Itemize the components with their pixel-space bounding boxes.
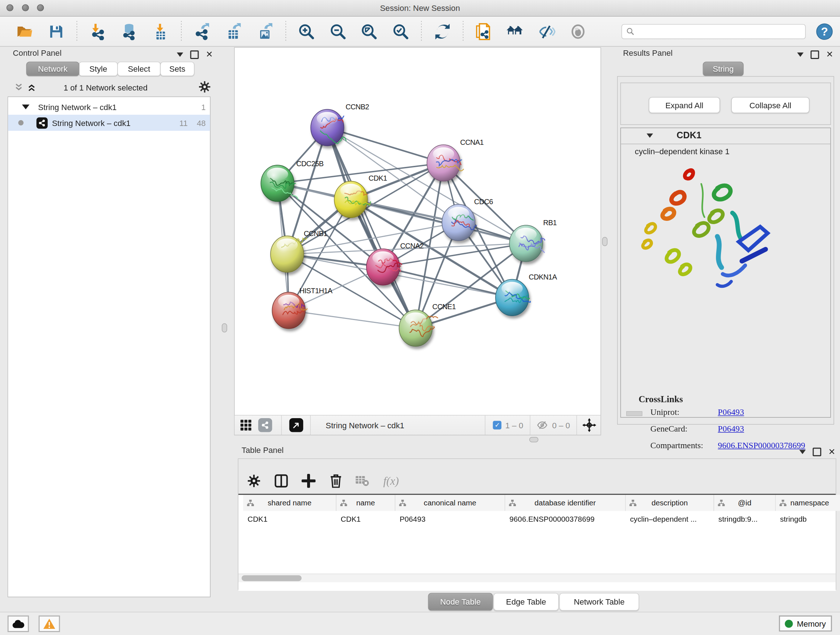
close-panel-icon[interactable]: ✕ — [206, 51, 213, 58]
grid-icon[interactable] — [240, 419, 252, 431]
save-session-button[interactable] — [46, 20, 66, 43]
column-header-canonical-name[interactable]: canonical name — [395, 495, 505, 511]
expand-all-icon[interactable] — [27, 83, 36, 92]
warning-status-button[interactable] — [39, 616, 60, 632]
right-splitter-handle[interactable] — [602, 237, 607, 246]
table-cell[interactable]: stringdb — [775, 511, 840, 527]
open-session-button[interactable] — [15, 20, 34, 43]
zoom-selected-button[interactable] — [391, 20, 411, 43]
import-table-button[interactable] — [151, 20, 171, 43]
hidden-eye-icon[interactable] — [537, 420, 548, 430]
close-window-button[interactable] — [6, 4, 13, 11]
search-input[interactable] — [638, 27, 801, 36]
table-cell[interactable]: P06493 — [395, 511, 505, 527]
edge-CCNB2-CCNA1[interactable] — [327, 127, 444, 163]
table-cell[interactable]: stringdb:9... — [714, 511, 775, 527]
table-cell[interactable]: 9606.ENSP00000378699 — [505, 511, 625, 527]
edge-CCNB2-CCNE1[interactable] — [327, 127, 416, 328]
import-network-database-button[interactable] — [119, 20, 139, 43]
tab-network-table[interactable]: Network Table — [559, 593, 639, 611]
search-container — [622, 24, 806, 39]
network-collection-row[interactable]: String Network – cdk1 1 — [8, 98, 210, 114]
node-HIST1H1A[interactable] — [272, 292, 307, 329]
publication-export-button[interactable] — [474, 20, 494, 43]
gene-section-header[interactable]: CDK1 — [621, 128, 830, 144]
show-toggle-button[interactable] — [568, 20, 588, 43]
tab-edge-table[interactable]: Edge Table — [493, 593, 559, 611]
tab-node-table[interactable]: Node Table — [428, 593, 493, 611]
tab-sets[interactable]: Sets — [160, 62, 195, 76]
column-header-namespace[interactable]: namespace — [775, 495, 840, 511]
close-panel-icon[interactable]: ✕ — [828, 448, 835, 455]
column-header-database-identifier[interactable]: database identifier — [505, 495, 625, 511]
collapse-all-button[interactable]: Collapse All — [731, 97, 809, 113]
tab-style[interactable]: Style — [79, 62, 118, 76]
table-gear-button[interactable] — [245, 472, 263, 490]
table-cell[interactable]: CDK1 — [336, 511, 395, 527]
node-CCNA1[interactable] — [427, 145, 463, 181]
export-table-button[interactable] — [224, 20, 243, 43]
column-header-description[interactable]: description — [626, 495, 714, 511]
string-home-button[interactable] — [505, 20, 525, 43]
hide-toggle-button[interactable] — [537, 20, 556, 43]
memory-button[interactable]: Memory — [779, 616, 832, 631]
close-panel-icon[interactable]: ✕ — [826, 51, 833, 58]
edge-CCNE1-HIST1H1A[interactable] — [289, 310, 416, 328]
zoom-out-button[interactable] — [328, 20, 347, 43]
node-CDKN1A[interactable] — [496, 279, 531, 316]
delete-table-button[interactable] — [353, 472, 371, 490]
tab-string[interactable]: String — [703, 62, 744, 76]
function-builder-button[interactable]: f(x) — [382, 472, 400, 490]
zoom-window-button[interactable] — [37, 4, 44, 11]
panel-menu-icon[interactable] — [177, 52, 183, 57]
table-cell[interactable]: cyclin–dependent ... — [626, 511, 714, 527]
delete-column-button[interactable] — [327, 472, 345, 490]
float-panel-icon[interactable] — [190, 50, 199, 59]
export-image-icon — [256, 23, 273, 40]
column-header-shared-name[interactable]: shared name — [243, 495, 336, 511]
column-header-name[interactable]: name — [336, 495, 395, 511]
table-cell[interactable]: CDK1 — [243, 511, 336, 527]
node-RB1[interactable] — [509, 225, 545, 262]
pan-crosshair-icon[interactable] — [583, 418, 597, 432]
selected-checkbox-icon[interactable]: ✓ — [493, 421, 502, 429]
results-hscroll-thumb[interactable] — [626, 411, 642, 416]
float-panel-icon[interactable] — [811, 50, 819, 59]
crosslink-value[interactable]: P06493 — [718, 407, 744, 417]
import-network-file-button[interactable] — [88, 20, 107, 43]
add-column-button[interactable] — [300, 472, 317, 490]
table-hscroll-thumb[interactable] — [242, 575, 302, 581]
node-CCNA2[interactable] — [366, 249, 402, 285]
crosslink-value[interactable]: P06493 — [718, 424, 744, 434]
open-in-new-icon[interactable] — [289, 418, 303, 432]
node-CDC25B[interactable] — [261, 165, 298, 202]
cloud-status-button[interactable] — [8, 616, 29, 632]
collection-expand-icon[interactable] — [22, 104, 30, 109]
tab-network[interactable]: Network — [27, 62, 80, 76]
panel-menu-icon[interactable] — [799, 450, 806, 454]
left-splitter-handle[interactable] — [222, 323, 227, 333]
column-header--id[interactable]: @id — [714, 495, 775, 511]
tab-select[interactable]: Select — [117, 62, 161, 76]
panel-menu-icon[interactable] — [797, 52, 804, 57]
expand-all-button[interactable]: Expand All — [649, 97, 720, 113]
gear-icon[interactable] — [199, 81, 210, 93]
network-canvas[interactable]: CCNB2CCNA1CDC25BCDK1CDC6RB1CCNB1CCNA2CDK… — [235, 48, 600, 415]
export-image-button[interactable] — [255, 20, 275, 43]
zoom-fit-button[interactable] — [360, 20, 379, 43]
collapse-all-icon[interactable] — [14, 83, 23, 92]
export-network-button[interactable] — [193, 20, 212, 43]
share-icon[interactable] — [258, 418, 272, 432]
help-button[interactable]: ? — [814, 20, 834, 43]
bottom-splitter-handle[interactable] — [529, 437, 538, 442]
minimize-window-button[interactable] — [22, 4, 29, 11]
node-CCNB2[interactable] — [311, 109, 346, 146]
section-collapse-icon[interactable] — [646, 134, 653, 138]
node-CDC6[interactable] — [442, 204, 477, 241]
show-columns-button[interactable] — [272, 472, 290, 490]
zoom-in-button[interactable] — [297, 20, 316, 43]
network-row-selected[interactable]: String Network – cdk1 11 48 — [8, 115, 210, 131]
node-label-RB1: RB1 — [543, 219, 557, 226]
float-panel-icon[interactable] — [813, 448, 821, 456]
apply-layout-button[interactable] — [433, 20, 452, 43]
